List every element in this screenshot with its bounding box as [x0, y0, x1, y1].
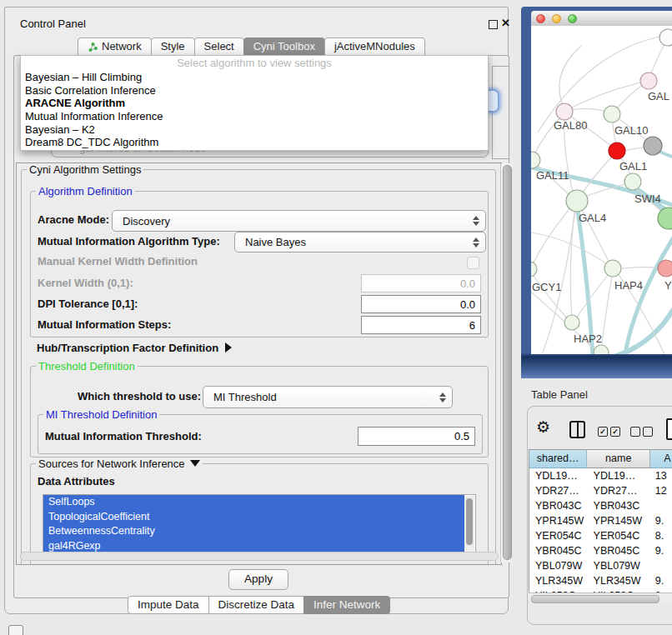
network-node-hap2[interactable]	[564, 315, 579, 330]
tab-jactivemnodules[interactable]: jActiveMNodules	[324, 38, 425, 56]
network-canvas[interactable]: GALGAL80GAL10GAL1GAL11SWI4GAL4GCY1HAP4YH…	[531, 26, 672, 354]
algorithm-option[interactable]: Dream8 DC_TDC Algorithm	[21, 136, 488, 149]
table-cell	[651, 498, 672, 513]
dpi-tolerance-label: DPI Tolerance [0,1]:	[38, 295, 138, 313]
control-panel-window: Control Panel ✕ NetworkStyleSelectCyni T…	[4, 7, 509, 614]
hub-definition-toggle[interactable]: Hub/Transcription Factor Definition	[37, 342, 232, 354]
float-window-icon[interactable]	[489, 20, 498, 29]
network-window-titlebar[interactable]	[531, 11, 672, 27]
attribute-item[interactable]: SelfLoops	[43, 495, 464, 510]
network-node-gal[interactable]	[640, 72, 657, 89]
tab-cyni-toolbox[interactable]: Cyni Toolbox	[243, 38, 325, 56]
table-cell: YBR043C	[588, 498, 651, 513]
network-node-gcy1[interactable]	[531, 262, 537, 277]
attribute-item[interactable]: BetweennessCentrality	[43, 524, 464, 539]
table-row[interactable]: YDL19…YDL19…13	[529, 468, 672, 483]
table-cell: 13	[651, 468, 672, 483]
close-traffic-icon[interactable]	[536, 14, 545, 23]
manual-kernel-checkbox[interactable]	[467, 257, 479, 269]
column-header[interactable]: name	[587, 450, 650, 468]
network-node-swi4[interactable]	[624, 173, 641, 190]
mi-steps-field[interactable]	[361, 316, 481, 334]
group-title: Algorithm Definition	[36, 185, 135, 198]
group-title: Cyni Algorithm Settings	[27, 163, 143, 176]
zoom-traffic-icon[interactable]	[568, 14, 577, 23]
table-cell	[651, 558, 672, 573]
attribute-item[interactable]: TopologicalCoefficient	[43, 510, 464, 525]
node-label: GCY1	[532, 281, 561, 293]
network-node[interactable]	[658, 208, 672, 229]
table-cell: YBL079W	[588, 558, 651, 573]
horizontal-scrollbar[interactable]	[20, 552, 499, 561]
table-body: YDL19…YDL19…13YDR27…YDR27…12YBR043CYBR04…	[529, 468, 672, 603]
network-node[interactable]	[644, 137, 662, 155]
node-label: HAP2	[574, 332, 602, 345]
sources-toggle[interactable]: Sources for Network Inference	[36, 458, 203, 470]
network-node-gal80[interactable]	[556, 103, 573, 120]
aracne-mode-combo[interactable]: Discovery	[112, 210, 486, 232]
bottom-tab-impute-data[interactable]: Impute Data	[128, 596, 209, 614]
close-icon[interactable]: ✕	[501, 17, 510, 29]
tab-network[interactable]: Network	[78, 38, 152, 56]
group-title: MI Threshold Definition	[43, 408, 159, 421]
gear-icon[interactable]: ⚙	[536, 418, 550, 436]
bottom-tab-infer-network[interactable]: Infer Network	[303, 596, 390, 614]
network-node-gal11[interactable]	[531, 152, 540, 168]
network-node-hap4[interactable]	[604, 260, 621, 277]
network-node[interactable]	[594, 345, 609, 354]
minimize-traffic-icon[interactable]	[552, 14, 561, 23]
table-row[interactable]: YER054CYER054C8.	[529, 528, 672, 543]
cyni-algorithm-settings-group: Cyni Algorithm Settings Algorithm Defini…	[21, 169, 496, 565]
tab-style[interactable]: Style	[151, 38, 195, 56]
kernel-width-field[interactable]	[361, 274, 481, 292]
which-threshold-combo[interactable]: MI Threshold	[203, 386, 453, 408]
table-row[interactable]: YDR27…YDR27…12	[529, 483, 672, 498]
checked-box-icon[interactable]: ✓	[598, 427, 608, 437]
column-header[interactable]: shared…	[529, 450, 587, 468]
mi-type-label: Mutual Information Algorithm Type:	[38, 232, 220, 251]
algorithm-option[interactable]: ARACNE Algorithm	[21, 97, 488, 110]
table-panel: ⚙ ✓ ✓ shared…nameA YDL19…YDL19…13YDR27…Y…	[527, 406, 672, 625]
tab-select[interactable]: Select	[194, 38, 244, 56]
algorithm-option[interactable]: Bayesian – K2	[21, 123, 488, 137]
mi-threshold-field[interactable]	[358, 427, 475, 446]
columns-icon[interactable]	[569, 421, 585, 438]
bottom-tab-discretize-data[interactable]: Discretize Data	[208, 596, 305, 614]
screen: Control Panel ✕ NetworkStyleSelectCyni T…	[0, 0, 672, 635]
network-node[interactable]	[659, 29, 672, 46]
panel-dock-icon[interactable]	[8, 625, 23, 635]
page-icon[interactable]	[666, 418, 672, 440]
tab-label: Network	[102, 38, 142, 55]
network-node-gal1[interactable]	[609, 142, 625, 159]
table-row[interactable]: YBR043CYBR043C	[529, 498, 672, 513]
algorithm-option[interactable]: Basic Correlation Inference	[21, 84, 488, 98]
table-row[interactable]: YPR145WYPR145W9.	[529, 513, 672, 528]
algorithm-option[interactable]: Bayesian – Hill Climbing	[21, 71, 488, 84]
mi-threshold-label: Mutual Information Threshold:	[45, 427, 202, 446]
table-row[interactable]: YBR045CYBR045C9.	[529, 543, 672, 558]
unchecked-box-icon[interactable]	[643, 427, 653, 437]
table-row[interactable]: YLR345WYLR345W9.	[529, 573, 672, 588]
network-node-gal4[interactable]	[566, 190, 588, 212]
table-cell: YER054C	[529, 528, 588, 543]
tab-label: Cyni Toolbox	[253, 38, 315, 55]
node-label: GAL	[648, 90, 669, 102]
settings-scroll-area: Cyni Algorithm Settings Algorithm Defini…	[16, 162, 502, 565]
settings-scrollbar[interactable]	[500, 163, 512, 562]
apply-button[interactable]: Apply	[228, 569, 288, 590]
list-scrollbar[interactable]	[464, 496, 474, 558]
column-header[interactable]: A	[650, 450, 672, 468]
unchecked-box-icon[interactable]	[630, 427, 640, 437]
network-nodes: GALGAL80GAL10GAL1GAL11SWI4GAL4GCY1HAP4YH…	[531, 29, 672, 354]
checked-box-icon[interactable]: ✓	[610, 427, 620, 437]
table-row[interactable]: YBL079WYBL079W	[529, 558, 672, 573]
kernel-width-label: Kernel Width (0,1):	[38, 274, 133, 292]
algorithm-option[interactable]: Mutual Information Inference	[21, 110, 488, 123]
network-view-window[interactable]: GALGAL80GAL10GAL1GAL11SWI4GAL4GCY1HAP4YH…	[521, 7, 672, 378]
network-node-gal10[interactable]	[604, 106, 620, 122]
data-attributes-list[interactable]: SelfLoopsTopologicalCoefficientBetweenne…	[43, 494, 476, 561]
dpi-tolerance-field[interactable]	[361, 295, 481, 313]
network-node-y[interactable]	[658, 260, 672, 277]
table-horizontal-scrollbar[interactable]	[529, 592, 672, 604]
mi-type-combo[interactable]: Naive Bayes	[234, 232, 486, 252]
